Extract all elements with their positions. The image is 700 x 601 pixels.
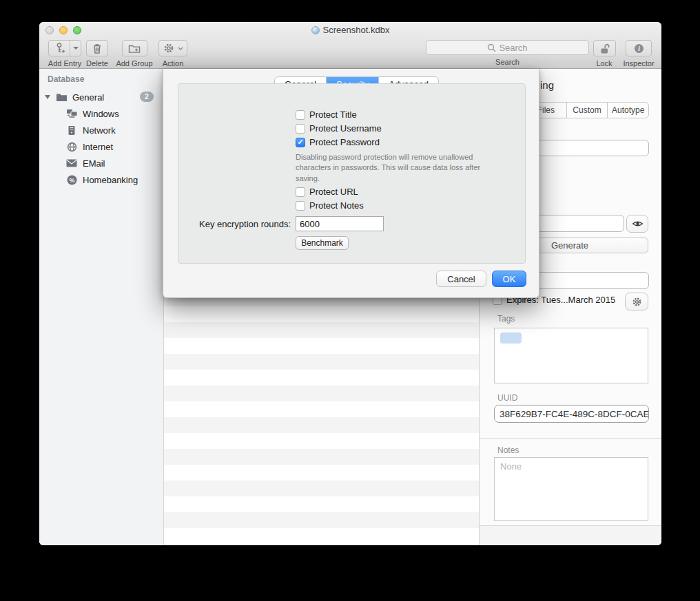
tab-custom[interactable]: Custom [566,103,608,118]
generate-button-label: Generate [551,240,588,251]
sidebar-item-label: Windows [83,109,119,119]
sidebar-item-network[interactable]: Network [39,123,163,138]
protect-password-checkbox[interactable]: ✓ Protect Password [296,137,380,147]
key-encryption-rounds-label: Key encryption rounds: [178,219,291,229]
uuid-field[interactable]: 38F629B7-FC4E-489C-8DCF-0CAE [494,405,649,423]
count-badge: 2 [140,92,154,102]
protect-url-checkbox[interactable]: ✓ Protect URL [296,187,358,197]
security-groupbox: ✓ Protect Title ✓ Protect Username ✓ Pro… [178,83,526,264]
sidebar-item-windows[interactable]: Windows [39,106,163,121]
checkbox-box: ✓ [296,124,305,134]
envelope-icon [65,158,78,169]
ok-button[interactable]: OK [492,271,526,287]
trash-icon [92,43,103,54]
add-entry-button[interactable] [48,40,70,56]
sidebar-item-homebanking[interactable]: % Homebanking [39,172,163,187]
uuid-label: UUID [497,393,517,403]
tool-inspector: i Inspector [621,40,656,67]
percent-circle-icon: % [65,174,78,185]
notes-label: Notes [497,445,519,455]
tool-lock: Lock [589,40,619,67]
sidebar-item-email[interactable]: EMail [39,156,163,171]
sidebar-item-label: Network [83,125,116,136]
inspector-button[interactable]: i [626,40,652,56]
inspector-tabs: Files Custom Autotype [525,102,649,118]
lock-label: Lock [596,59,612,67]
lock-icon [599,43,610,54]
window-title-text: Screenshot.kdbx [323,25,390,35]
tag-token[interactable] [500,333,522,344]
action-button[interactable] [158,40,187,56]
search-input[interactable]: Search [426,40,589,55]
search-text-input[interactable] [426,41,588,54]
windows-icon [65,108,78,119]
sidebar-item-label: Homebanking [83,175,138,185]
expires-settings-button[interactable] [625,293,648,310]
delete-label: Delete [86,59,108,67]
password-protection-warning: Disabling password protection will remov… [296,152,506,184]
sidebar-item-internet[interactable]: Internet [39,139,163,154]
eye-icon [632,220,644,228]
folder-plus-icon [128,43,141,54]
action-label: Action [163,59,184,67]
info-icon: i [634,43,644,54]
document-proxy-icon [311,26,320,34]
sidebar-item-label: EMail [83,158,105,169]
sidebar-item-label: General [72,92,104,103]
tags-box[interactable] [494,328,648,383]
benchmark-button[interactable]: Benchmark [296,236,349,250]
disclosure-triangle-icon[interactable] [45,95,50,99]
inspector-footer [480,526,661,545]
checkbox-box: ✓ [296,201,305,211]
cancel-button[interactable]: Cancel [436,271,486,287]
sidebar-item-label: Internet [83,142,113,152]
tags-label: Tags [497,314,515,324]
search-label: Search [495,58,519,66]
sidebar: Database General 2 Windows [39,69,164,545]
tool-search: Search Search [426,40,589,66]
tab-autotype[interactable]: Autotype [607,103,648,118]
check-icon: ✓ [297,138,303,146]
notes-field[interactable]: None [494,457,648,521]
protect-username-checkbox[interactable]: ✓ Protect Username [296,123,382,134]
add-group-button[interactable] [122,40,147,56]
add-entry-label: Add Entry [48,59,81,67]
tool-add-group: Add Group [115,40,154,67]
inspector-label: Inspector [623,59,654,67]
title-toolbar: Screenshot.kdbx Add Entry [39,22,661,69]
security-dialog: General Security Advanced ✓ Protect Titl… [163,69,539,298]
tool-action: Action [155,40,191,67]
globe-icon [65,141,78,152]
gear-icon [632,297,642,307]
sidebar-header: Database [48,74,84,84]
checkbox-box: ✓ [296,110,305,120]
svg-text:%: % [69,176,74,183]
app-window: Screenshot.kdbx Add Entry [39,22,661,545]
chevron-down-icon [73,47,79,50]
delete-button[interactable] [86,40,108,56]
add-entry-dropdown-button[interactable] [70,40,81,56]
protect-title-checkbox[interactable]: ✓ Protect Title [296,109,357,120]
inspector-entry-title: ing [540,79,554,91]
svg-text:i: i [638,45,640,52]
lock-button[interactable] [593,40,616,56]
chevron-down-icon [178,47,183,50]
divider [480,438,661,439]
key-encryption-rounds-input[interactable] [296,216,384,231]
window-title: Screenshot.kdbx [39,25,661,36]
folder-icon [55,92,68,103]
tool-add-entry: Add Entry [45,40,84,67]
sidebar-item-general[interactable]: General 2 [39,89,163,105]
gear-icon [163,43,174,54]
notes-placeholder: None [500,461,522,472]
protect-notes-checkbox[interactable]: ✓ Protect Notes [296,200,364,211]
network-icon [65,125,78,136]
key-plus-icon [54,42,65,54]
content-area: Database General 2 Windows [39,69,661,545]
reveal-password-button[interactable] [626,215,648,233]
add-group-label: Add Group [116,59,152,67]
checkbox-box: ✓ [296,187,305,197]
checkbox-box: ✓ [296,138,305,147]
tool-delete: Delete [82,40,112,67]
